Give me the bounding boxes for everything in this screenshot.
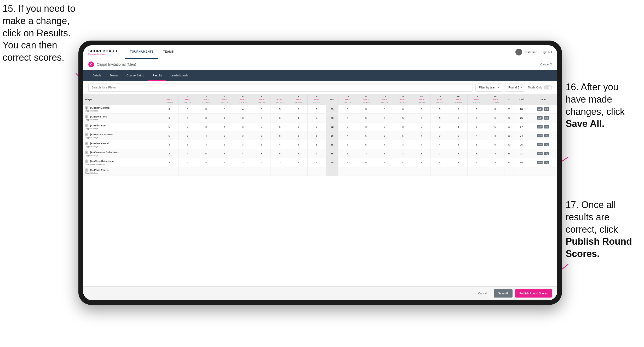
dq-button[interactable]: DQ: [544, 152, 549, 155]
score-cell[interactable]: 4: [468, 131, 486, 140]
score-cell[interactable]: 3: [394, 140, 412, 149]
search-input[interactable]: [88, 83, 473, 92]
score-cell[interactable]: 5: [394, 114, 412, 122]
score-cell[interactable]: 3: [375, 114, 394, 122]
score-cell[interactable]: 6: [486, 140, 504, 149]
score-cell[interactable]: 3: [160, 140, 179, 149]
toggle-switch[interactable]: [544, 85, 552, 89]
score-cell[interactable]: 5: [289, 149, 308, 158]
score-cell[interactable]: 4: [271, 140, 289, 149]
score-cell[interactable]: 3: [234, 140, 252, 149]
score-cell[interactable]: 3: [394, 149, 412, 158]
score-cell[interactable]: 4: [234, 105, 252, 114]
score-cell[interactable]: 3: [486, 105, 504, 114]
score-cell[interactable]: 3: [412, 149, 431, 158]
wd-button[interactable]: WD: [537, 107, 543, 111]
score-cell[interactable]: 5: [289, 158, 308, 167]
score-cell[interactable]: 6: [394, 105, 412, 114]
save-all-button[interactable]: Save All: [494, 289, 513, 298]
score-cell[interactable]: 3: [178, 105, 197, 114]
wd-button[interactable]: WD: [537, 161, 543, 164]
score-cell[interactable]: 3: [308, 149, 326, 158]
score-cell[interactable]: 3: [338, 158, 357, 167]
score-cell[interactable]: [357, 167, 375, 176]
score-cell[interactable]: 5: [430, 105, 449, 114]
score-cell[interactable]: 5: [338, 140, 357, 149]
tab-details[interactable]: Details: [88, 70, 106, 81]
score-cell[interactable]: 5: [160, 122, 179, 131]
tab-leaderboards[interactable]: Leaderboards: [166, 70, 192, 81]
score-cell[interactable]: 3: [197, 114, 215, 122]
score-cell[interactable]: 5: [430, 114, 449, 122]
score-cell[interactable]: 3: [430, 131, 449, 140]
score-cell[interactable]: 3: [338, 114, 357, 122]
score-cell[interactable]: [234, 167, 252, 176]
score-cell[interactable]: 3: [430, 122, 449, 131]
nav-teams[interactable]: TEAMS: [158, 45, 179, 59]
score-cell[interactable]: 4: [178, 149, 197, 158]
score-cell[interactable]: 5: [215, 140, 234, 149]
score-cell[interactable]: 3: [178, 131, 197, 140]
score-cell[interactable]: [412, 167, 431, 176]
score-cell[interactable]: 6: [338, 149, 357, 158]
score-cell[interactable]: 4: [308, 158, 326, 167]
score-cell[interactable]: [308, 167, 326, 176]
score-cell[interactable]: 5: [160, 131, 179, 140]
score-cell[interactable]: 3: [289, 131, 308, 140]
score-cell[interactable]: 4: [308, 114, 326, 122]
score-cell[interactable]: 6: [449, 105, 468, 114]
score-cell[interactable]: [271, 167, 289, 176]
score-cell[interactable]: 4: [338, 131, 357, 140]
score-cell[interactable]: 5: [357, 140, 375, 149]
dq-button[interactable]: DQ: [544, 143, 549, 146]
score-cell[interactable]: 3: [308, 122, 326, 131]
score-cell[interactable]: 3: [338, 122, 357, 131]
score-cell[interactable]: [160, 167, 179, 176]
score-cell[interactable]: 4: [468, 158, 486, 167]
score-cell[interactable]: 5: [308, 105, 326, 114]
score-cell[interactable]: 4: [215, 114, 234, 122]
score-cell[interactable]: 5: [430, 158, 449, 167]
score-cell[interactable]: 5: [357, 114, 375, 122]
score-cell[interactable]: 3: [252, 105, 271, 114]
score-cell[interactable]: 6: [289, 105, 308, 114]
score-cell[interactable]: 3: [197, 122, 215, 131]
score-cell[interactable]: 3: [375, 122, 394, 131]
score-cell[interactable]: 4: [412, 131, 431, 140]
score-cell[interactable]: 3: [449, 149, 468, 158]
score-cell[interactable]: 3: [289, 122, 308, 131]
tab-teams[interactable]: Teams: [106, 70, 122, 81]
wd-button[interactable]: WD: [537, 125, 543, 128]
score-cell[interactable]: 4: [412, 140, 431, 149]
score-cell[interactable]: 3: [357, 149, 375, 158]
score-cell[interactable]: [394, 167, 412, 176]
score-cell[interactable]: 5: [357, 158, 375, 167]
score-cell[interactable]: [430, 167, 449, 176]
nav-tournaments[interactable]: TOURNAMENTS: [125, 45, 158, 59]
score-cell[interactable]: 3: [449, 158, 468, 167]
score-cell[interactable]: [178, 167, 197, 176]
dq-button[interactable]: DQ: [544, 161, 549, 164]
score-cell[interactable]: 3: [375, 105, 394, 114]
score-cell[interactable]: 3: [486, 131, 504, 140]
score-cell[interactable]: 3: [338, 105, 357, 114]
score-cell[interactable]: 3: [160, 105, 179, 114]
score-cell[interactable]: 5: [468, 140, 486, 149]
score-cell[interactable]: [468, 167, 486, 176]
score-cell[interactable]: 5: [468, 149, 486, 158]
score-cell[interactable]: 5: [486, 114, 504, 122]
score-cell[interactable]: 5: [271, 149, 289, 158]
score-cell[interactable]: 3: [178, 140, 197, 149]
score-cell[interactable]: [486, 167, 504, 176]
score-cell[interactable]: 4: [178, 158, 197, 167]
score-cell[interactable]: 5: [357, 131, 375, 140]
score-cell[interactable]: 6: [271, 114, 289, 122]
score-cell[interactable]: 3: [215, 149, 234, 158]
score-cell[interactable]: 3: [252, 122, 271, 131]
score-cell[interactable]: 6: [468, 122, 486, 131]
score-cell[interactable]: 3: [468, 114, 486, 122]
score-cell[interactable]: 4: [234, 149, 252, 158]
score-cell[interactable]: 4: [449, 122, 468, 131]
score-cell[interactable]: 3: [289, 140, 308, 149]
score-cell[interactable]: 3: [412, 105, 431, 114]
